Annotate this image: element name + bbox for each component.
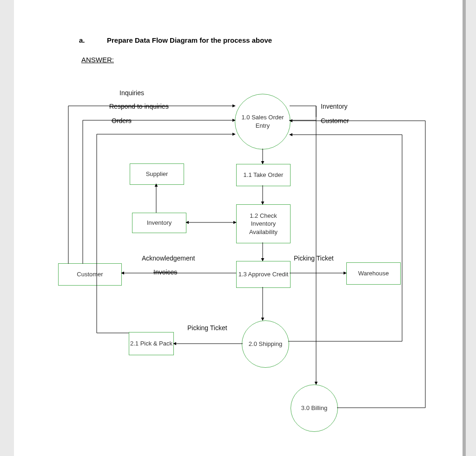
process-sales-order-entry: 1.0 Sales Order Entry	[235, 94, 291, 150]
data-flow-diagram: Inquiries Respond to inquiries Orders In…	[14, 0, 463, 456]
label-customer-top: Customer	[321, 117, 349, 124]
entity-warehouse: Warehouse	[346, 262, 401, 285]
datastore-inventory: Inventory	[132, 213, 186, 233]
label-orders: Orders	[112, 117, 132, 124]
process-billing: 3.0 Billing	[291, 384, 338, 432]
process-shipping: 2.0 Shipping	[242, 320, 289, 368]
process-pick-pack: 2.1 Pick & Pack	[129, 332, 174, 355]
process-take-order: 1.1 Take Order	[236, 164, 291, 186]
page-shadow	[463, 0, 466, 456]
label-inquiries: Inquiries	[119, 89, 144, 97]
label-invoices: Invoices	[153, 268, 177, 276]
label-acknowledgement: Acknowledgement	[142, 254, 195, 262]
document-content: a. Prepare Data Flow Diagram for the pro…	[14, 0, 463, 456]
label-respond: Respond to inquiries	[109, 103, 169, 110]
entity-supplier: Supplier	[130, 163, 184, 185]
label-picking-ticket-right: Picking Ticket	[294, 254, 334, 262]
process-check-inventory: 1.2 Check Inventory Availability	[236, 204, 291, 243]
label-inventory-top: Inventory	[321, 103, 348, 110]
label-picking-ticket-left: Picking Ticket	[187, 324, 227, 332]
process-approve-credit: 1.3 Approve Credit	[236, 261, 291, 288]
entity-customer: Customer	[58, 263, 122, 286]
